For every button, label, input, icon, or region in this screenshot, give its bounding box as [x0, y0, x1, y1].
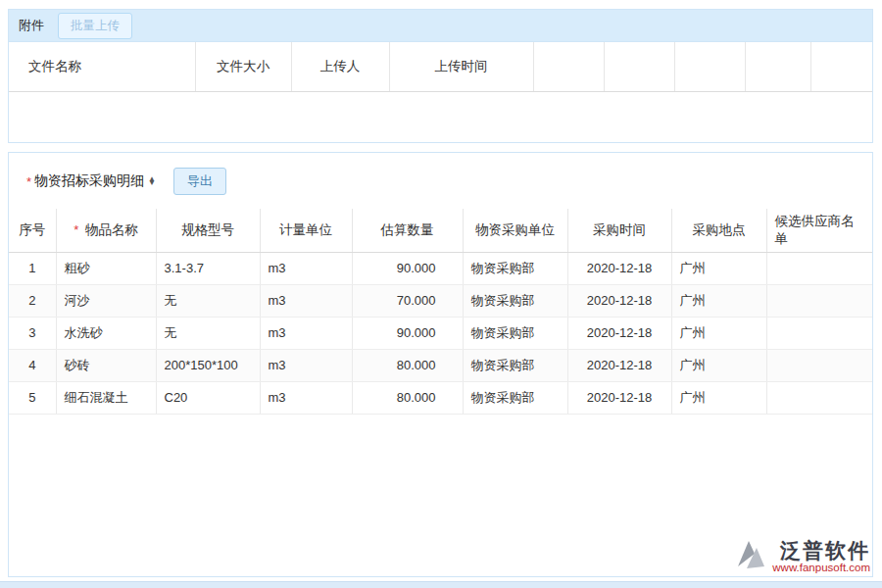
- table-cell: 3: [9, 317, 56, 349]
- attachment-column-header: 文件名称: [9, 42, 195, 91]
- table-cell: [766, 284, 872, 317]
- table-cell: 1: [9, 252, 56, 284]
- table-cell: 200*150*100: [156, 349, 260, 381]
- detail-column-header: 序号: [9, 209, 56, 252]
- table-row[interactable]: 3水洗砂无m390.000物资采购部2020-12-18广州: [9, 317, 872, 349]
- table-cell: 物资采购部: [463, 284, 567, 317]
- table-cell: 2: [9, 284, 56, 317]
- attachment-title: 附件: [19, 17, 44, 34]
- table-cell: 广州: [671, 349, 766, 381]
- table-cell: 2020-12-18: [567, 252, 671, 284]
- attachment-panel: 附件 批量上传 文件名称文件大小上传人上传时间: [8, 9, 873, 143]
- table-cell: 3.1-3.7: [156, 252, 260, 284]
- table-cell: 物资采购部: [463, 381, 567, 414]
- fanpu-watermark-text: 泛普软件 www.fanpusoft.com: [772, 540, 870, 573]
- fanpu-logo-icon: [734, 539, 767, 574]
- attachment-column-header: [533, 42, 604, 91]
- attachment-table-header-row: 文件名称文件大小上传人上传时间: [9, 42, 872, 91]
- table-cell: 2020-12-18: [567, 284, 671, 317]
- detail-column-header: 估算数量: [352, 209, 463, 252]
- table-row[interactable]: 2河沙无m370.000物资采购部2020-12-18广州: [9, 284, 872, 317]
- table-cell: 4: [9, 349, 56, 381]
- table-row[interactable]: 1粗砂3.1-3.7m390.000物资采购部2020-12-18广州: [9, 252, 872, 284]
- table-cell: m3: [260, 349, 352, 381]
- table-row[interactable]: 4砂砖200*150*100m380.000物资采购部2020-12-18广州: [9, 349, 872, 381]
- table-cell: 80.000: [352, 381, 463, 414]
- table-cell: m3: [260, 284, 352, 317]
- attachment-column-header: [674, 42, 745, 91]
- attachment-panel-header: 附件 批量上传: [9, 10, 872, 42]
- table-cell: 物资采购部: [463, 349, 567, 381]
- table-cell: 2020-12-18: [567, 349, 671, 381]
- table-cell: m3: [260, 381, 352, 414]
- table-cell: 广州: [671, 381, 766, 414]
- attachment-empty-row: [9, 91, 872, 141]
- batch-upload-button[interactable]: 批量上传: [58, 13, 132, 39]
- table-cell: 河沙: [56, 284, 156, 317]
- fanpu-url: www.fanpusoft.com: [772, 562, 870, 573]
- detail-panel: * 物资招标采购明细 ▲ ▼ 导出 序号* 物品名称规格型号计量单位估算数量物资…: [8, 152, 873, 577]
- attachment-column-header: 上传人: [291, 42, 389, 91]
- table-cell: 粗砂: [56, 252, 156, 284]
- attachment-column-header: [604, 42, 674, 91]
- export-button[interactable]: 导出: [173, 168, 226, 195]
- table-cell: m3: [260, 317, 352, 349]
- detail-table: 序号* 物品名称规格型号计量单位估算数量物资采购单位采购时间采购地点候选供应商名…: [9, 209, 872, 415]
- table-cell: m3: [260, 252, 352, 284]
- table-cell: [766, 381, 872, 414]
- table-cell: 70.000: [352, 284, 463, 317]
- table-cell: C20: [156, 381, 260, 414]
- required-asterisk: *: [26, 174, 31, 189]
- attachment-column-header: [745, 42, 810, 91]
- table-cell: 物资采购部: [463, 252, 567, 284]
- table-cell: 物资采购部: [463, 317, 567, 349]
- fanpu-watermark: 泛普软件 www.fanpusoft.com: [734, 539, 870, 574]
- attachment-empty-area: [9, 91, 872, 141]
- table-cell: 无: [156, 284, 260, 317]
- table-cell: 水洗砂: [56, 317, 156, 349]
- required-asterisk: *: [74, 222, 82, 237]
- table-cell: 5: [9, 381, 56, 414]
- table-cell: 90.000: [352, 252, 463, 284]
- table-cell: 砂砖: [56, 349, 156, 381]
- sort-icon[interactable]: ▲ ▼: [148, 177, 156, 186]
- detail-column-header: 计量单位: [260, 209, 352, 252]
- detail-table-header-row: 序号* 物品名称规格型号计量单位估算数量物资采购单位采购时间采购地点候选供应商名…: [9, 209, 872, 252]
- table-row[interactable]: 5细石混凝土C20m380.000物资采购部2020-12-18广州: [9, 381, 872, 414]
- table-cell: [766, 349, 872, 381]
- detail-column-header: 规格型号: [156, 209, 260, 252]
- table-cell: 80.000: [352, 349, 463, 381]
- table-cell: 无: [156, 317, 260, 349]
- attachment-column-header: [810, 42, 872, 91]
- detail-column-header: * 物品名称: [56, 209, 156, 252]
- detail-column-header: 采购时间: [567, 209, 671, 252]
- attachment-table: 文件名称文件大小上传人上传时间: [9, 42, 872, 141]
- detail-title-row: * 物资招标采购明细 ▲ ▼ 导出: [9, 153, 872, 209]
- table-cell: 细石混凝土: [56, 381, 156, 414]
- table-cell: 2020-12-18: [567, 381, 671, 414]
- table-cell: [766, 317, 872, 349]
- detail-column-header: 物资采购单位: [463, 209, 567, 252]
- table-cell: 90.000: [352, 317, 463, 349]
- detail-column-header: 采购地点: [671, 209, 766, 252]
- table-cell: 广州: [671, 284, 766, 317]
- table-cell: 广州: [671, 317, 766, 349]
- attachment-column-header: 文件大小: [195, 42, 291, 91]
- attachment-column-header: 上传时间: [389, 42, 533, 91]
- fanpu-brand-name: 泛普软件: [780, 540, 870, 562]
- sort-down-arrow-icon: ▼: [148, 181, 156, 185]
- table-cell: 广州: [671, 252, 766, 284]
- bottom-strip: [0, 581, 882, 588]
- table-cell: 2020-12-18: [567, 317, 671, 349]
- table-cell: [766, 252, 872, 284]
- detail-panel-title: 物资招标采购明细: [34, 172, 144, 190]
- detail-column-header: 候选供应商名单: [766, 209, 872, 252]
